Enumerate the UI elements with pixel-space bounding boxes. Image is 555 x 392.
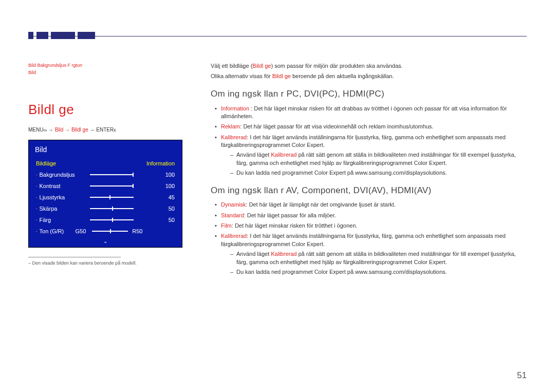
list-item: Standard: Det här läget passar för alla …	[215, 212, 527, 219]
list-item: Film: Det här läget minskar risken för t…	[215, 222, 527, 230]
bullet-icon: ·	[36, 217, 38, 222]
osd-item-label: Kontrast	[40, 183, 90, 189]
osd-item-label: Bakgrundsljus	[40, 172, 90, 178]
nav-seg2: Bildl ge	[71, 127, 88, 133]
intro-line1: Välj ett bildläge (Bildl ge) som passar …	[211, 62, 527, 70]
slider-track[interactable]	[90, 208, 134, 209]
t: Standard	[221, 212, 244, 218]
list-item: Information : Det här läget minskar risk…	[215, 105, 527, 121]
footnote-rule	[28, 257, 121, 257]
t: Reklam	[221, 123, 240, 129]
t: beroende på den aktuella ingångskällan.	[291, 73, 394, 79]
nav-arrow3: →	[88, 127, 97, 133]
bullet-icon: ·	[36, 206, 38, 211]
osd-ton-row[interactable]: · Ton (G/R) G50 R50	[29, 226, 182, 237]
slider-track[interactable]	[90, 185, 134, 186]
osd-selected-label: Bildläge	[36, 160, 146, 166]
osd-selected-row[interactable]: Bildläge Information	[29, 158, 182, 169]
t: : I det här läget används inställningarn…	[221, 233, 506, 247]
osd-item-row[interactable]: · Bakgrundsljus 100	[29, 169, 182, 180]
slider-track[interactable]	[90, 197, 134, 198]
osd-item-row[interactable]: · Färg 50	[29, 214, 182, 226]
osd-item-row[interactable]: · Ljusstyrka 45	[29, 192, 182, 203]
osd-ton-r: R50	[132, 228, 142, 234]
nav-e: E	[114, 128, 116, 133]
nav-enter: ENTER	[96, 127, 114, 133]
t: Dynamisk	[221, 201, 246, 208]
slider-track[interactable]	[90, 219, 134, 220]
osd-item-value: 45	[134, 194, 175, 200]
t: : Det här läget minskar risken för trött…	[232, 222, 358, 229]
t: Kalibrerad	[271, 251, 297, 257]
list-sub-item: Du kan ladda ned programmet Color Expert…	[230, 169, 527, 177]
osd-item-label: Skärpa	[40, 206, 90, 212]
t: Välj ett bildläge (	[211, 63, 252, 69]
menu-path: MENUm → Bild → Bildl ge → ENTERE	[28, 127, 182, 133]
slider-knob[interactable]	[133, 173, 134, 177]
osd-item-label: Färg	[40, 217, 90, 223]
osd-ton-label: Ton (G/R)	[40, 228, 76, 234]
list-item: Dynamisk: Det här läget är lämpligt när …	[215, 201, 527, 209]
section-heading-pc: Om ing ngsk llan r PC, DVI(PC), HDMI(PC)	[211, 88, 527, 101]
nav-menu: MENU	[28, 127, 43, 133]
nav-arrow2: →	[63, 127, 71, 133]
bullet-icon: ·	[36, 172, 38, 177]
list-item: Kalibrerad: I det här läget används inst…	[215, 134, 527, 177]
t: : Det här läget minskar risken för att d…	[221, 105, 507, 119]
osd-ton-g: G50	[76, 228, 86, 234]
brand-logo	[28, 32, 95, 39]
osd-item-value: 100	[134, 172, 175, 178]
list-item: Reklam: Det här läget passar för att vis…	[215, 123, 527, 130]
slider-knob[interactable]	[110, 229, 111, 233]
footnote-text: Den visade bilden kan variera beroende p…	[32, 260, 137, 266]
t: Film	[221, 222, 232, 229]
slider-knob[interactable]	[112, 218, 113, 222]
slider-knob[interactable]	[133, 184, 134, 188]
t: Kalibrerad	[271, 152, 297, 158]
osd-item-value: 50	[134, 217, 175, 223]
osd-panel: Bild Bildläge Information · Bakgrundslju…	[28, 140, 182, 248]
list-sub-item: Använd läget Kalibrerad på rätt sätt gen…	[230, 250, 527, 266]
page-number: 51	[517, 370, 527, 381]
footnote: – Den visade bilden kan variera beroende…	[28, 260, 182, 266]
osd-title: Bild	[29, 140, 182, 158]
t: : Det här läget passar för att visa vide…	[240, 123, 433, 129]
t: : I det här läget används inställningarn…	[221, 134, 506, 148]
list-sub-item: Du kan ladda ned programmet Color Expert…	[230, 268, 527, 276]
slider-knob[interactable]	[109, 195, 110, 199]
bullet-icon: ·	[36, 183, 38, 189]
t: ) som passar för miljön där produkten sk…	[271, 63, 402, 69]
top-note: Bild Bakgrundsljus F rgton Bild	[28, 62, 182, 76]
ton-slider[interactable]	[92, 231, 128, 232]
bullet-icon: ·	[36, 229, 38, 234]
t: Kalibrerad	[221, 233, 247, 239]
osd-item-row[interactable]: · Kontrast 100	[29, 180, 182, 192]
slider-knob[interactable]	[112, 207, 113, 211]
osd-item-value: 50	[134, 206, 175, 212]
bullet-icon: ·	[36, 195, 38, 200]
t: Använd läget	[236, 251, 271, 257]
header-rule	[28, 36, 527, 36]
list-item: Kalibrerad: I det här läget används inst…	[215, 232, 527, 276]
top-note-line1: Bild Bakgrundsljus F rgton	[28, 62, 182, 69]
osd-item-row[interactable]: · Skärpa 50	[29, 203, 182, 214]
list-sub-item: Använd läget Kalibrerad på rätt sätt gen…	[230, 151, 527, 167]
osd-item-value: 100	[134, 183, 175, 189]
nav-seg1: Bild	[55, 127, 64, 133]
t: Bildl ge	[272, 73, 291, 79]
t: Bildl ge	[252, 63, 271, 69]
t: : Det här läget är lämpligt när det omgi…	[246, 201, 396, 208]
osd-selected-value: Information	[146, 160, 175, 166]
top-note-line2: Bild	[28, 69, 182, 77]
section-heading-av: Om ing ngsk llan r AV, Component, DVI(AV…	[211, 184, 527, 197]
slider-track[interactable]	[90, 174, 134, 175]
t: : Det här läget passar för alla miljöer.	[244, 212, 336, 218]
osd-item-label: Ljusstyrka	[40, 194, 90, 200]
t: Information	[221, 105, 249, 111]
t: Använd läget	[236, 152, 271, 158]
page-heading: Bildl ge	[28, 102, 182, 118]
t: Olika alternativ visas för	[211, 73, 272, 79]
t: Kalibrerad	[221, 134, 247, 140]
osd-scroll-down-icon[interactable]: ⌄	[29, 237, 182, 247]
nav-arrow1: →	[47, 127, 55, 133]
